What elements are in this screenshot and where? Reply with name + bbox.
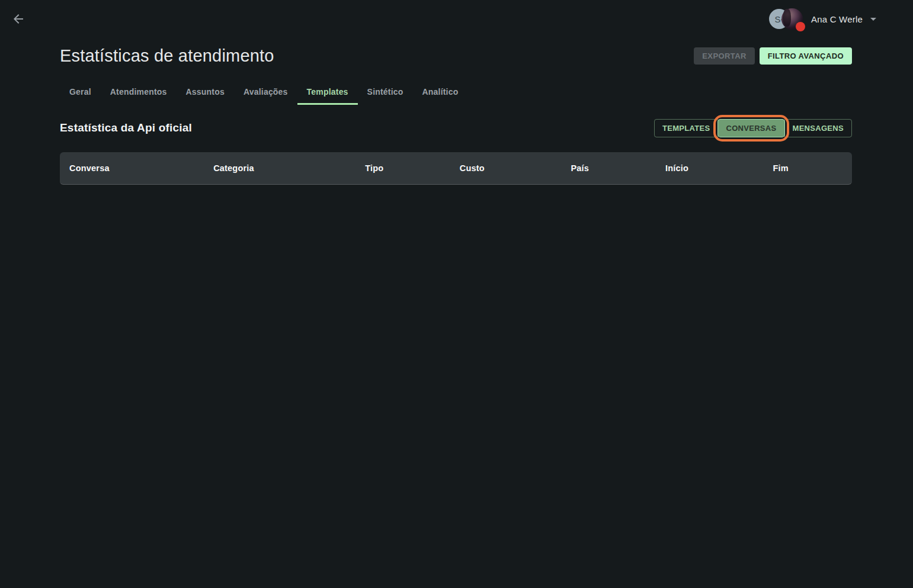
page-title: Estatísticas de atendimento [60,46,274,66]
export-button[interactable]: EXPORTAR [694,47,754,65]
section-title: Estatística da Api oficial [60,121,192,134]
arrow-left-icon [11,12,25,26]
user-menu[interactable]: S- Ana C Werle [769,7,876,31]
table-header-row: Conversa Categoria Tipo Custo País Iníci… [60,163,852,173]
red-dot-badge-icon [796,22,805,31]
back-button[interactable] [11,11,26,27]
page-header: Estatísticas de atendimento EXPORTAR FIL… [60,45,852,66]
tab-avaliacoes[interactable]: Avaliações [234,81,297,105]
tab-atendimentos[interactable]: Atendimentos [101,81,177,105]
column-header-fim: Fim [709,163,852,173]
user-name: Ana C Werle [811,14,863,24]
tab-analitico[interactable]: Analítico [413,81,468,105]
tab-sintetico[interactable]: Sintético [358,81,413,105]
column-header-pais: País [515,163,645,173]
avatar-decoration [783,9,791,27]
column-header-inicio: Início [645,163,710,173]
main-content: Estatísticas de atendimento EXPORTAR FIL… [0,45,913,185]
tab-assuntos[interactable]: Assuntos [177,81,234,105]
section-header: Estatística da Api oficial TEMPLATES CON… [60,114,852,142]
topbar: S- Ana C Werle [0,0,913,38]
column-header-conversa: Conversa [60,163,148,173]
column-header-categoria: Categoria [148,163,319,173]
toggle-templates-button[interactable]: TEMPLATES [654,119,718,137]
column-header-custo: Custo [429,163,515,173]
toggle-mensagens-button[interactable]: MENSAGENS [784,119,853,137]
column-header-tipo: Tipo [320,163,430,173]
tab-bar: Geral Atendimentos Assuntos Avaliações T… [60,81,852,105]
tab-geral[interactable]: Geral [60,81,101,105]
view-toggle-group: TEMPLATES CONVERSAS MENSAGENS [654,119,852,137]
toggle-conversas-button[interactable]: CONVERSAS [717,119,784,137]
user-photo-avatar [781,8,803,30]
tab-templates[interactable]: Templates [297,81,358,105]
chevron-down-icon[interactable] [870,18,876,21]
statistics-table: Conversa Categoria Tipo Custo País Iníci… [60,152,852,185]
header-actions: EXPORTAR FILTRO AVANÇADO [694,47,852,65]
advanced-filter-button[interactable]: FILTRO AVANÇADO [760,47,852,65]
